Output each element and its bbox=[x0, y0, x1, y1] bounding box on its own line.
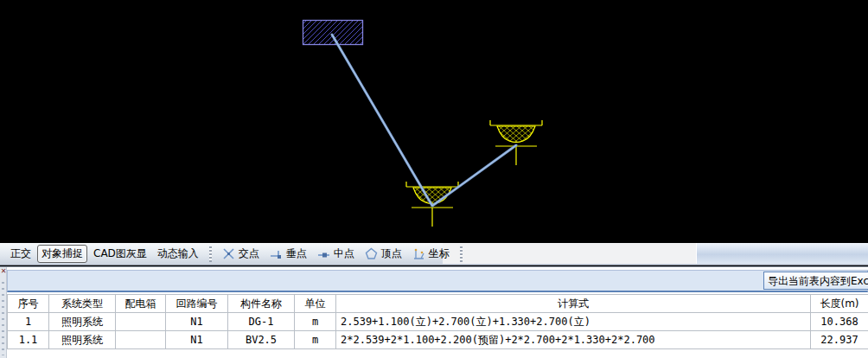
object-snap-button[interactable]: 对象捕捉 bbox=[37, 245, 87, 263]
close-icon[interactable]: ✕ bbox=[0, 268, 7, 275]
cell-system[interactable]: 照明系统 bbox=[49, 331, 116, 349]
cell-circuit[interactable]: N1 bbox=[166, 313, 228, 331]
drawing-toolbar: 正交 对象捕捉 CAD图灰显 动态输入 交点 垂点 bbox=[0, 243, 868, 265]
snap-perpendicular-button[interactable]: 垂点 bbox=[265, 246, 312, 261]
snap-label: 垂点 bbox=[286, 246, 307, 261]
col-header-circuit: 回路编号 bbox=[166, 295, 228, 313]
col-header-seq: 序号 bbox=[8, 295, 49, 313]
col-header-system: 系统类型 bbox=[49, 295, 116, 313]
panel-splitter-grip[interactable]: ✕ bbox=[0, 267, 7, 358]
snap-coordinate-button[interactable]: 坐标 bbox=[407, 246, 455, 261]
toolbar-right-dock bbox=[696, 243, 868, 264]
col-header-unit: 单位 bbox=[295, 295, 336, 313]
table-header-row: 序号 系统类型 配电箱 回路编号 构件名称 单位 计算式 长度(m) bbox=[8, 295, 868, 313]
table-row[interactable]: 1.1 照明系统 N1 BV2.5 m 2*2.539+2*1.100+2.20… bbox=[8, 331, 868, 349]
cell-component[interactable]: DG-1 bbox=[228, 313, 295, 331]
snap-midpoint-button[interactable]: 中点 bbox=[312, 246, 360, 261]
cell-box[interactable] bbox=[116, 331, 166, 349]
cell-formula[interactable]: 2*2.539+2*1.100+2.200(预留)+2*2.700+2*1.33… bbox=[336, 331, 811, 349]
quantity-table-panel: ✕ 导出当前表内容到Excel 序号 系统类型 配电箱 回路编号 构件名称 单位… bbox=[0, 266, 868, 358]
table-toolbar-strip: 导出当前表内容到Excel bbox=[7, 270, 868, 292]
table-row[interactable]: 1 照明系统 N1 DG-1 m 2.539+1.100(立)+2.700(立)… bbox=[8, 313, 868, 331]
cad-canvas[interactable] bbox=[0, 0, 868, 243]
snap-intersection-button[interactable]: 交点 bbox=[217, 246, 265, 261]
intersection-icon bbox=[222, 247, 235, 260]
cad-gray-display-button[interactable]: CAD图灰显 bbox=[89, 245, 151, 263]
cell-unit[interactable]: m bbox=[295, 313, 336, 331]
grip-dots bbox=[2, 278, 4, 355]
cell-formula[interactable]: 2.539+1.100(立)+2.700(立)+1.330+2.700(立) bbox=[336, 313, 811, 331]
col-header-box: 配电箱 bbox=[116, 295, 166, 313]
cell-circuit[interactable]: N1 bbox=[166, 331, 228, 349]
ortho-button[interactable]: 正交 bbox=[6, 245, 35, 263]
toolbar-separator bbox=[209, 246, 212, 262]
cell-length[interactable]: 10.368 bbox=[811, 313, 868, 331]
export-to-excel-button[interactable]: 导出当前表内容到Excel bbox=[763, 272, 868, 290]
cell-system[interactable]: 照明系统 bbox=[49, 313, 116, 331]
col-header-formula: 计算式 bbox=[336, 295, 811, 313]
junction-box[interactable] bbox=[303, 21, 363, 45]
toolbar-separator bbox=[460, 246, 463, 262]
cell-seq[interactable]: 1.1 bbox=[8, 331, 49, 349]
cell-component[interactable]: BV2.5 bbox=[228, 331, 295, 349]
perpendicular-icon bbox=[270, 247, 283, 260]
snap-label: 坐标 bbox=[429, 246, 450, 261]
vertex-icon bbox=[365, 247, 378, 260]
cad-takeoff-window: 正交 对象捕捉 CAD图灰显 动态输入 交点 垂点 bbox=[0, 0, 868, 358]
col-header-length: 长度(m) bbox=[811, 295, 868, 313]
snap-label: 中点 bbox=[334, 246, 354, 261]
wire-polyline[interactable] bbox=[332, 35, 516, 206]
cell-box[interactable] bbox=[116, 313, 166, 331]
dynamic-input-button[interactable]: 动态输入 bbox=[153, 245, 203, 263]
snap-label: 交点 bbox=[239, 246, 259, 261]
cell-length[interactable]: 22.937 bbox=[811, 331, 868, 349]
cell-unit[interactable]: m bbox=[295, 331, 336, 349]
col-header-component: 构件名称 bbox=[228, 295, 295, 313]
cell-seq[interactable]: 1 bbox=[8, 313, 49, 331]
snap-vertex-button[interactable]: 顶点 bbox=[360, 246, 407, 261]
quantity-table: 序号 系统类型 配电箱 回路编号 构件名称 单位 计算式 长度(m) 1 照明系… bbox=[7, 294, 868, 349]
midpoint-icon bbox=[317, 247, 330, 260]
toolbar-filler bbox=[443, 243, 697, 264]
coordinate-icon bbox=[412, 247, 425, 260]
snap-label: 顶点 bbox=[381, 246, 402, 261]
